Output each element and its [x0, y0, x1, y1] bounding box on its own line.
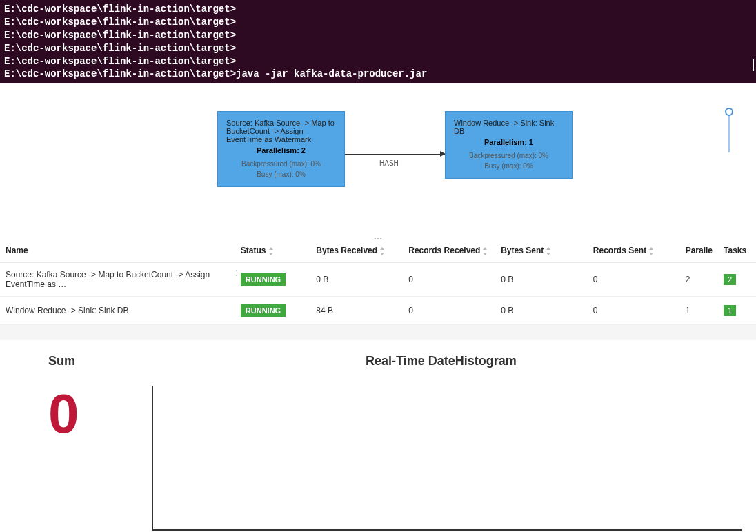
header-label: Name: [6, 246, 28, 255]
node-parallelism: Parallelism: 2: [226, 146, 336, 155]
th-records-received[interactable]: Records Received: [403, 239, 495, 263]
edge-label: HASH: [379, 159, 399, 167]
terminal-line: E:\cdc-workspace\flink-in-action\target>: [4, 42, 752, 55]
sort-icon[interactable]: [546, 247, 553, 255]
table-row[interactable]: Source: Kafka Source -> Map to BucketCou…: [0, 263, 756, 297]
sort-icon[interactable]: [482, 247, 489, 255]
th-records-sent[interactable]: Records Sent: [588, 239, 680, 263]
terminal-window[interactable]: E:\cdc-workspace\flink-in-action\target>…: [0, 0, 756, 83]
timeline-slider-handle[interactable]: [725, 108, 733, 116]
header-label: Status: [241, 246, 266, 255]
cell-parallelism: 1: [680, 297, 718, 325]
histogram-chart[interactable]: [152, 386, 742, 531]
sort-icon[interactable]: [648, 247, 655, 255]
terminal-line: E:\cdc-workspace\flink-in-action\target>: [4, 16, 752, 29]
node-busy: Busy (max): 0%: [226, 169, 336, 179]
graph-node-sink[interactable]: Window Reduce -> Sink: Sink DB Paralleli…: [445, 111, 573, 179]
job-graph-panel[interactable]: Source: Kafka Source -> Map to BucketCou…: [0, 83, 756, 235]
node-title: Source: Kafka Source -> Map to BucketCou…: [226, 119, 336, 144]
node-backpressure: Backpressured (max): 0%: [226, 159, 336, 169]
header-label: Tasks: [724, 246, 746, 255]
header-label: Records Sent: [593, 246, 646, 255]
sum-value: 0: [48, 382, 145, 446]
cell-bytes-sent: 0 B: [495, 297, 588, 325]
cell-records-received: 0: [403, 297, 495, 325]
th-bytes-received[interactable]: Bytes Received: [310, 239, 403, 263]
node-backpressure: Backpressured (max): 0%: [454, 150, 564, 161]
terminal-line: E:\cdc-workspace\flink-in-action\target>: [4, 55, 752, 68]
task-badge: 1: [724, 305, 736, 316]
cell-name[interactable]: Source: Kafka Source -> Map to BucketCou…: [0, 263, 235, 297]
cell-tasks: 1: [718, 297, 756, 325]
cell-bytes-received: 0 B: [310, 263, 403, 297]
sum-title: Sum: [48, 354, 145, 368]
node-busy: Busy (max): 0%: [454, 161, 564, 171]
cell-records-sent: 0: [588, 263, 680, 297]
th-bytes-sent[interactable]: Bytes Sent: [495, 239, 588, 263]
th-parallelism[interactable]: Paralle: [680, 239, 718, 263]
task-badge: 2: [724, 274, 736, 285]
terminal-line: E:\cdc-workspace\flink-in-action\target>: [4, 29, 752, 42]
cell-records-sent: 0: [588, 297, 680, 325]
th-name[interactable]: Name: [0, 239, 235, 263]
cell-records-received: 0: [403, 263, 495, 297]
graph-node-source[interactable]: Source: Kafka Source -> Map to BucketCou…: [217, 111, 345, 187]
cell-bytes-sent: 0 B: [495, 263, 588, 297]
node-parallelism: Parallelism: 1: [454, 138, 564, 146]
th-status[interactable]: Status: [235, 239, 311, 263]
cell-bytes-received: 84 B: [310, 297, 403, 325]
th-tasks[interactable]: Tasks: [718, 239, 756, 263]
cell-status: RUNNING: [235, 297, 311, 325]
status-badge: RUNNING: [241, 273, 286, 286]
header-label: Paralle: [686, 246, 713, 255]
header-label: Records Received: [408, 246, 480, 255]
terminal-line: E:\cdc-workspace\flink-in-action\target>: [4, 3, 752, 16]
histogram-panel: Real-Time DateHistogram: [145, 354, 756, 531]
sort-icon[interactable]: [268, 247, 275, 255]
cell-parallelism: 2: [680, 263, 718, 297]
histogram-title: Real-Time DateHistogram: [145, 354, 756, 368]
cell-status: RUNNING: [235, 263, 311, 297]
cell-name[interactable]: Window Reduce -> Sink: Sink DB: [0, 297, 235, 325]
header-label: Bytes Sent: [501, 246, 544, 255]
sort-icon[interactable]: [379, 247, 386, 255]
sum-panel: Sum 0: [48, 354, 145, 531]
node-title: Window Reduce -> Sink: Sink DB: [454, 119, 564, 135]
table-footer-bar: [0, 325, 756, 340]
dashboard-panel: Sum 0 Real-Time DateHistogram: [0, 340, 756, 531]
task-table-panel: ⋯ Name Status Bytes Received Records Rec…: [0, 239, 756, 325]
header-label: Bytes Received: [316, 246, 377, 255]
row-resize-handle-icon[interactable]: ⋮: [233, 269, 240, 277]
graph-edge: [345, 154, 445, 155]
terminal-cursor-icon: [753, 59, 754, 71]
table-row[interactable]: Window Reduce -> Sink: Sink DB RUNNING 8…: [0, 297, 756, 325]
task-table: Name Status Bytes Received Records Recei…: [0, 239, 756, 325]
cell-tasks: 2: [718, 263, 756, 297]
status-badge: RUNNING: [241, 304, 286, 317]
timeline-slider-track: [728, 111, 730, 152]
terminal-line: E:\cdc-workspace\flink-in-action\target>…: [4, 68, 752, 81]
